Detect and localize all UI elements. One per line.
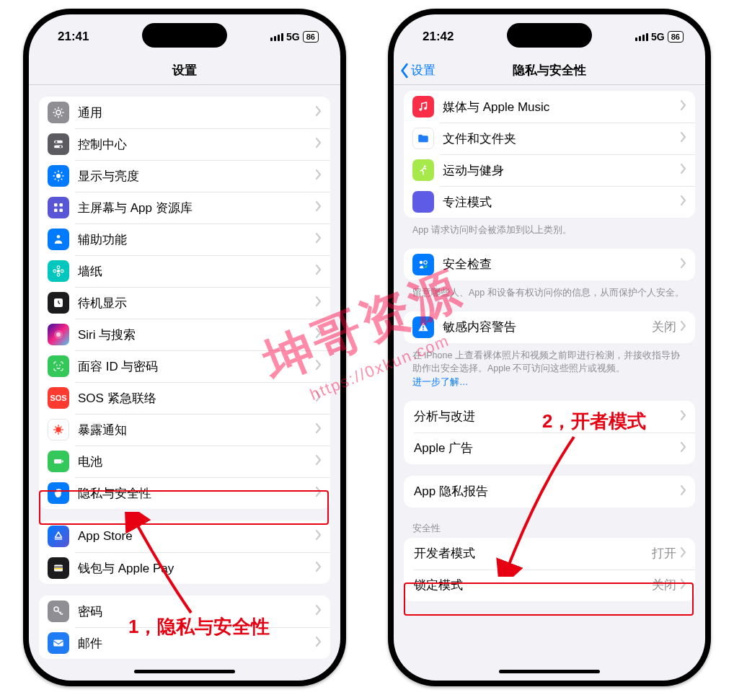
settings-row[interactable]: 锁定模式关闭 xyxy=(404,570,695,601)
siri-icon xyxy=(48,324,69,345)
face-icon xyxy=(48,355,69,377)
chevron-right-icon xyxy=(681,258,686,271)
settings-row[interactable]: 运动与健身 xyxy=(404,154,695,186)
chevron-right-icon xyxy=(681,442,686,455)
sun-icon xyxy=(48,165,69,187)
svg-point-27 xyxy=(56,365,58,366)
settings-row[interactable]: Apple 广告 xyxy=(404,433,695,464)
svg-line-35 xyxy=(61,432,62,433)
back-button[interactable]: 设置 xyxy=(399,62,435,79)
learn-more-link[interactable]: 进一步了解… xyxy=(412,377,469,387)
svg-point-4 xyxy=(60,146,62,148)
row-label: 运动与健身 xyxy=(443,162,681,179)
svg-point-18 xyxy=(57,235,61,239)
chevron-right-icon xyxy=(316,391,322,404)
svg-rect-51 xyxy=(423,325,424,328)
svg-point-22 xyxy=(53,270,56,273)
settings-row[interactable]: 主屏幕与 App 资源库 xyxy=(39,192,330,223)
person-icon xyxy=(48,229,69,250)
settings-row[interactable]: 墙纸 xyxy=(39,255,330,287)
chevron-right-icon xyxy=(316,328,322,341)
settings-row[interactable]: 安全检查 xyxy=(404,249,695,280)
clock-icon xyxy=(48,292,69,314)
settings-row[interactable]: 隐私与安全性 xyxy=(39,477,330,509)
svg-rect-14 xyxy=(54,203,58,207)
svg-rect-42 xyxy=(54,567,63,568)
svg-line-11 xyxy=(61,179,63,180)
settings-row[interactable]: App Store xyxy=(39,520,330,552)
svg-point-46 xyxy=(419,108,422,111)
nav-bar: 设置 xyxy=(29,56,340,85)
row-label: Siri 与搜索 xyxy=(78,327,316,343)
settings-list[interactable]: 通用 控制中心 显示与亮度 主屏幕与 App 资源库 辅助功能 墙纸 待机显示 … xyxy=(29,85,340,681)
chevron-right-icon xyxy=(681,195,686,208)
music-icon xyxy=(412,96,434,118)
page-title: 隐私与安全性 xyxy=(513,62,586,79)
phone-right: 21:42 5G 86 设置 隐私与安全性 媒体与 Apple Music 文件… xyxy=(388,9,711,686)
dynamic-island xyxy=(507,23,592,48)
row-label: 电池 xyxy=(78,453,316,470)
row-label: 专注模式 xyxy=(443,194,681,211)
chevron-right-icon xyxy=(316,637,322,650)
screen-left: 21:41 5G 86 设置 通用 控制中心 显示与亮度 主屏幕与 App 资源… xyxy=(29,14,340,681)
grid-icon xyxy=(48,197,69,218)
svg-point-19 xyxy=(57,270,61,273)
settings-row[interactable]: 专注模式 xyxy=(404,186,695,218)
row-label: 通用 xyxy=(78,105,316,121)
svg-rect-43 xyxy=(54,568,63,570)
row-label: 面容 ID 与密码 xyxy=(78,358,316,375)
svg-point-48 xyxy=(424,165,426,167)
footer-text: 留意哪些人、App 和设备有权访问你的信息，从而保护个人安全。 xyxy=(412,286,686,300)
svg-point-5 xyxy=(56,174,61,178)
settings-row[interactable]: 控制中心 xyxy=(39,128,330,160)
svg-rect-45 xyxy=(53,640,63,647)
row-label: 锁定模式 xyxy=(414,577,652,593)
network-label: 5G xyxy=(286,31,300,43)
chevron-right-icon xyxy=(681,410,686,423)
settings-row[interactable]: App 隐私报告 xyxy=(404,476,695,508)
chevron-right-icon xyxy=(316,296,322,309)
settings-row[interactable]: 电池 xyxy=(39,446,330,477)
settings-row[interactable]: 暴露通知 xyxy=(39,414,330,446)
settings-row[interactable]: Siri 与搜索 xyxy=(39,319,330,350)
settings-row[interactable]: 钱包与 Apple Pay xyxy=(39,552,330,584)
settings-row[interactable]: 辅助功能 xyxy=(39,223,330,255)
settings-row[interactable]: SOSSOS 紧急联络 xyxy=(39,382,330,414)
settings-row[interactable]: 敏感内容警告关闭 xyxy=(404,311,695,343)
settings-row[interactable]: 待机显示 xyxy=(39,287,330,319)
svg-rect-39 xyxy=(62,461,63,463)
settings-row[interactable]: 面容 ID 与密码 xyxy=(39,350,330,382)
phone-left: 21:41 5G 86 设置 通用 控制中心 显示与亮度 主屏幕与 App 资源… xyxy=(23,9,346,686)
row-label: App Store xyxy=(78,529,316,544)
svg-rect-38 xyxy=(54,459,62,464)
wallet-icon xyxy=(48,557,69,579)
chevron-right-icon xyxy=(316,562,322,575)
battery-indicator: 86 xyxy=(303,31,319,43)
svg-line-37 xyxy=(61,427,62,428)
settings-row[interactable]: 开发者模式打开 xyxy=(404,538,695,570)
settings-row[interactable]: 媒体与 Apple Music xyxy=(404,91,695,123)
status-time: 21:42 xyxy=(423,30,454,44)
appstore-icon xyxy=(48,526,69,547)
home-indicator[interactable] xyxy=(499,670,600,673)
key-icon xyxy=(48,601,69,622)
home-indicator[interactable] xyxy=(134,670,235,673)
svg-point-50 xyxy=(424,261,428,265)
svg-rect-17 xyxy=(60,209,63,213)
settings-row[interactable]: 显示与亮度 xyxy=(39,160,330,192)
hand-icon xyxy=(48,482,69,504)
chevron-right-icon xyxy=(681,547,686,560)
row-value: 打开 xyxy=(652,545,676,562)
sos-icon: SOS xyxy=(48,387,69,409)
settings-row[interactable]: 通用 xyxy=(39,97,330,128)
chevron-right-icon xyxy=(681,485,686,498)
svg-point-3 xyxy=(56,141,58,143)
svg-point-28 xyxy=(59,365,61,366)
row-value: 关闭 xyxy=(652,577,676,593)
dynamic-island xyxy=(142,23,227,48)
settings-row[interactable]: 文件和文件夹 xyxy=(404,123,695,154)
privacy-list[interactable]: 媒体与 Apple Music 文件和文件夹 运动与健身 专注模式 App 请求… xyxy=(394,85,705,681)
folder-icon xyxy=(412,128,434,149)
shield-icon xyxy=(412,254,434,275)
svg-rect-52 xyxy=(423,329,424,330)
